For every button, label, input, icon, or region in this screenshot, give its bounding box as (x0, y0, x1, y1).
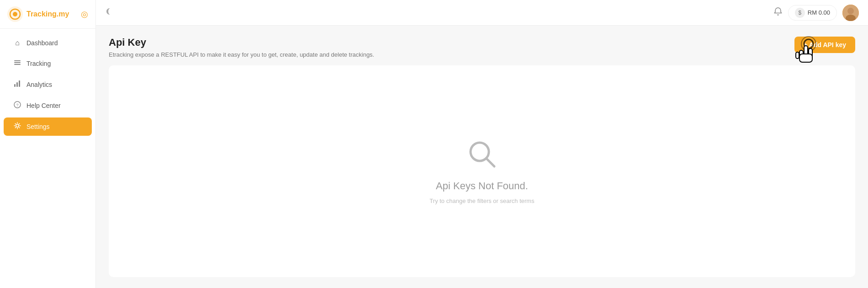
svg-rect-3 (14, 60, 21, 61)
user-avatar[interactable] (842, 5, 859, 21)
tracking-icon (13, 59, 22, 68)
svg-text:?: ? (16, 103, 19, 107)
sidebar-item-settings[interactable]: Settings (4, 117, 92, 136)
svg-rect-6 (14, 84, 16, 87)
empty-search-icon (466, 138, 498, 175)
page-header: Api Key Etracking expose a RESTFUL API t… (109, 37, 855, 58)
sidebar-item-label: Help Center (26, 102, 61, 109)
page-title: Api Key (109, 37, 374, 48)
analytics-icon (13, 80, 22, 89)
svg-point-13 (847, 8, 854, 14)
page-description: Etracking expose a RESTFUL API to make i… (109, 51, 374, 58)
sidebar-item-label: Analytics (26, 81, 52, 88)
balance-display[interactable]: $ RM 0.00 (788, 5, 837, 21)
logo-icon (7, 6, 23, 22)
sidebar-item-dashboard[interactable]: ⌂ Dashboard (4, 34, 92, 52)
sidebar-item-analytics[interactable]: Analytics (4, 75, 92, 94)
svg-point-11 (16, 124, 19, 127)
sidebar-item-label: Settings (26, 123, 50, 130)
main-area: $ RM 0.00 Api Key Etracking expose a RES… (96, 0, 868, 288)
svg-rect-4 (14, 62, 21, 63)
theme-icon[interactable] (105, 7, 114, 18)
sidebar-logo[interactable]: Tracking.my ◎ (0, 0, 95, 29)
sidebar-item-label: Dashboard (26, 39, 58, 47)
balance-amount: RM 0.00 (808, 9, 830, 16)
svg-line-16 (487, 159, 494, 166)
svg-point-2 (13, 12, 17, 16)
page-content: Api Key Etracking expose a RESTFUL API t… (96, 26, 868, 288)
sidebar-nav: ⌂ Dashboard Tracking Analytics ? Help Ce… (0, 29, 95, 141)
sidebar-item-help-center[interactable]: ? Help Center (4, 96, 92, 115)
empty-title: Api Keys Not Found. (436, 180, 528, 192)
sidebar: Tracking.my ◎ ⌂ Dashboard Tracking Analy… (0, 0, 96, 288)
empty-state-card: Api Keys Not Found. Try to change the fi… (109, 65, 855, 277)
dashboard-icon: ⌂ (13, 39, 22, 47)
svg-rect-8 (19, 80, 20, 87)
svg-rect-7 (16, 82, 18, 87)
top-header: $ RM 0.00 (96, 0, 868, 26)
sidebar-item-label: Tracking (26, 60, 51, 67)
svg-rect-5 (14, 64, 21, 65)
notification-bell-icon[interactable] (773, 7, 783, 18)
target-icon: ◎ (81, 9, 88, 19)
app-name: Tracking.my (26, 10, 69, 18)
add-api-key-button[interactable]: + Add API key (794, 37, 855, 53)
sidebar-item-tracking[interactable]: Tracking (4, 54, 92, 73)
empty-subtitle: Try to change the filters or search term… (429, 197, 534, 204)
dollar-icon: $ (795, 8, 805, 18)
help-icon: ? (13, 101, 22, 110)
settings-icon (13, 122, 22, 131)
